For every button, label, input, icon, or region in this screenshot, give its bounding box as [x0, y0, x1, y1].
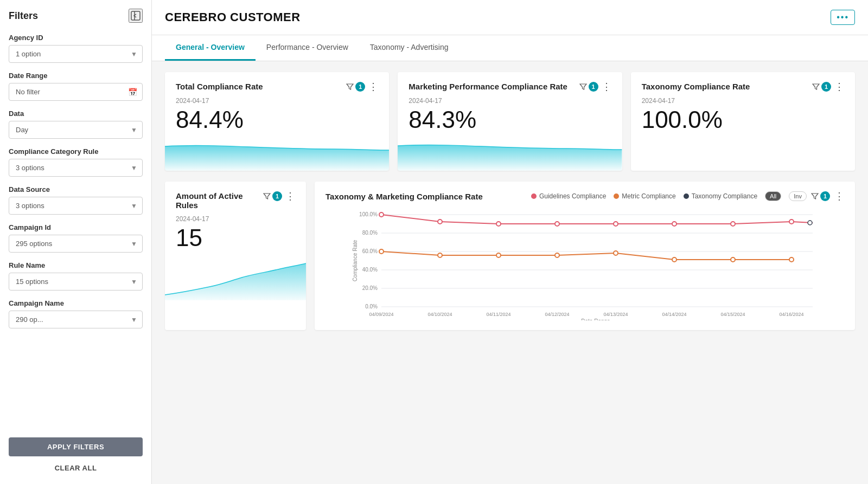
svg-text:04/09/2024: 04/09/2024: [369, 312, 393, 317]
svg-point-40: [789, 257, 794, 262]
svg-point-35: [496, 253, 501, 257]
svg-text:04/12/2024: 04/12/2024: [545, 312, 569, 317]
filter-icon-2: [579, 83, 587, 91]
legend-label-taxonomy: Taxonomy Compliance: [692, 192, 757, 200]
filter-date-range-select[interactable]: No filter: [9, 83, 143, 101]
legend-dot-guidelines: [531, 193, 537, 199]
active-rules-more-button[interactable]: ⋮: [285, 191, 295, 201]
filter-rule-name-label: Rule Name: [9, 261, 143, 269]
svg-rect-0: [131, 11, 140, 20]
clear-all-button[interactable]: CLEAR ALL: [9, 461, 143, 475]
card-active-rules-header: Amount of Active Rules 1 ⋮: [176, 191, 295, 210]
active-rules-date: 2024-04-17: [176, 215, 295, 223]
filter-compliance-category-select[interactable]: 3 options: [9, 159, 143, 177]
filter-agency-id-select[interactable]: 1 option: [9, 45, 143, 63]
filter-badge-3: 1: [821, 82, 831, 92]
toggle-inv-button[interactable]: Inv: [789, 191, 807, 201]
total-compliance-date: 2024-04-17: [176, 97, 378, 105]
svg-point-34: [438, 253, 442, 257]
filter-rule-name: Rule Name 15 options ▼: [9, 261, 143, 291]
filter-data-wrap: Day ▼: [9, 121, 143, 139]
filter-campaign-id-select[interactable]: 295 options: [9, 235, 143, 253]
total-compliance-filter-button[interactable]: 1: [346, 82, 365, 92]
filter-data-source-wrap: 3 options ▼: [9, 197, 143, 215]
toggle-all-button[interactable]: All: [765, 191, 781, 201]
card-marketing-performance: Marketing Performance Compliance Rate 1 …: [398, 72, 622, 171]
three-dots-icon: •••: [837, 12, 849, 22]
collapse-icon: [130, 10, 142, 22]
svg-text:04/16/2024: 04/16/2024: [779, 312, 803, 317]
taxonomy-compliance-more-button[interactable]: ⋮: [834, 82, 844, 92]
card-active-rules: Amount of Active Rules 1 ⋮ 2024-04-17 15: [165, 182, 306, 330]
filter-campaign-name-select[interactable]: 290 op...: [9, 311, 143, 328]
svg-point-29: [672, 222, 676, 226]
legend-taxonomy: Taxonomy Compliance: [684, 192, 757, 200]
legend-metric: Metric Compliance: [614, 192, 675, 200]
filter-badge-4: 1: [272, 191, 282, 201]
filter-campaign-name-wrap: 290 op... ▼: [9, 311, 143, 328]
tab-taxonomy-advertising[interactable]: Taxonomy - Advertising: [359, 35, 459, 61]
taxonomy-compliance-value: 100.0%: [642, 107, 844, 133]
svg-point-25: [438, 220, 442, 224]
card-marketing-performance-header: Marketing Performance Compliance Rate 1 …: [409, 82, 611, 92]
legend-dot-metric: [614, 193, 619, 199]
active-rules-value: 15: [176, 225, 295, 251]
line-chart-more-button[interactable]: ⋮: [834, 191, 844, 201]
sidebar-title: Filters: [9, 10, 38, 22]
svg-text:04/13/2024: 04/13/2024: [603, 312, 628, 317]
filter-data-source-select[interactable]: 3 options: [9, 197, 143, 215]
svg-text:04/14/2024: 04/14/2024: [662, 312, 686, 317]
svg-point-30: [731, 222, 735, 226]
filter-campaign-name-label: Campaign Name: [9, 299, 143, 307]
line-chart-svg: 100.0% 80.0% 60.0% 40.0% 20.0% 0.0% Comp…: [326, 206, 844, 320]
filter-icon-4: [263, 192, 271, 200]
legend-label-guidelines: Guidelines Compliance: [539, 192, 606, 200]
line-chart-title: Taxonomy & Marketing Compliance Rate: [326, 192, 483, 201]
filter-campaign-id-label: Campaign Id: [9, 223, 143, 231]
tab-general-overview[interactable]: General - Overview: [165, 35, 256, 61]
active-rules-filter-button[interactable]: 1: [263, 191, 282, 201]
filter-badge-2: 1: [589, 82, 598, 92]
total-compliance-chart: [165, 138, 389, 171]
legend-label-metric: Metric Compliance: [622, 192, 675, 200]
marketing-performance-more-button[interactable]: ⋮: [602, 82, 611, 92]
line-chart-filter-button[interactable]: 1: [811, 191, 830, 201]
svg-text:04/10/2024: 04/10/2024: [427, 312, 452, 317]
taxonomy-compliance-filter-button[interactable]: 1: [812, 82, 831, 92]
header-menu-button[interactable]: •••: [831, 10, 855, 25]
marketing-performance-value: 84.3%: [409, 107, 611, 133]
svg-text:04/11/2024: 04/11/2024: [486, 312, 510, 317]
filter-data-select[interactable]: Day: [9, 121, 143, 139]
filter-data-source-label: Data Source: [9, 185, 143, 193]
card-total-compliance-title: Total Compliance Rate: [176, 82, 342, 91]
sidebar-buttons: APPLY FILTERS CLEAR ALL: [9, 431, 143, 484]
filter-agency-id-wrap: 1 option ▼: [9, 45, 143, 63]
filter-badge: 1: [355, 82, 365, 92]
filter-rule-name-select[interactable]: 15 options: [9, 273, 143, 291]
filter-icon-3: [812, 83, 820, 91]
filter-compliance-category-label: Compliance Category Rule: [9, 147, 143, 156]
filter-compliance-category: Compliance Category Rule 3 options ▼: [9, 147, 143, 177]
card-taxonomy-compliance-title: Taxonomy Compliance Rate: [642, 82, 808, 91]
taxonomy-compliance-chart: [631, 138, 855, 171]
filter-badge-5: 1: [820, 191, 830, 201]
card-marketing-performance-actions: 1 ⋮: [579, 82, 611, 92]
filter-campaign-id-wrap: 295 options ▼: [9, 235, 143, 253]
svg-text:0.0%: 0.0%: [365, 304, 378, 309]
marketing-performance-chart: [398, 138, 622, 171]
filter-icon-5: [811, 192, 819, 200]
sidebar-collapse-button[interactable]: [129, 9, 143, 23]
svg-text:04/15/2024: 04/15/2024: [720, 312, 745, 317]
content-area: Total Compliance Rate 1 ⋮ 2024-04-17 84.…: [152, 61, 868, 484]
marketing-performance-date: 2024-04-17: [409, 97, 611, 105]
line-chart-card: Taxonomy & Marketing Compliance Rate Gui…: [315, 182, 855, 330]
apply-filters-button[interactable]: APPLY FILTERS: [9, 437, 143, 456]
tab-performance-overview[interactable]: Performance - Overview: [256, 35, 359, 61]
total-compliance-more-button[interactable]: ⋮: [368, 82, 378, 92]
svg-text:Date Range: Date Range: [581, 318, 610, 320]
svg-text:80.0%: 80.0%: [362, 230, 378, 236]
line-chart-actions: Guidelines Compliance Metric Compliance …: [531, 191, 844, 201]
svg-point-27: [555, 222, 559, 226]
card-active-rules-actions: 1 ⋮: [263, 191, 295, 201]
marketing-performance-filter-button[interactable]: 1: [579, 82, 598, 92]
